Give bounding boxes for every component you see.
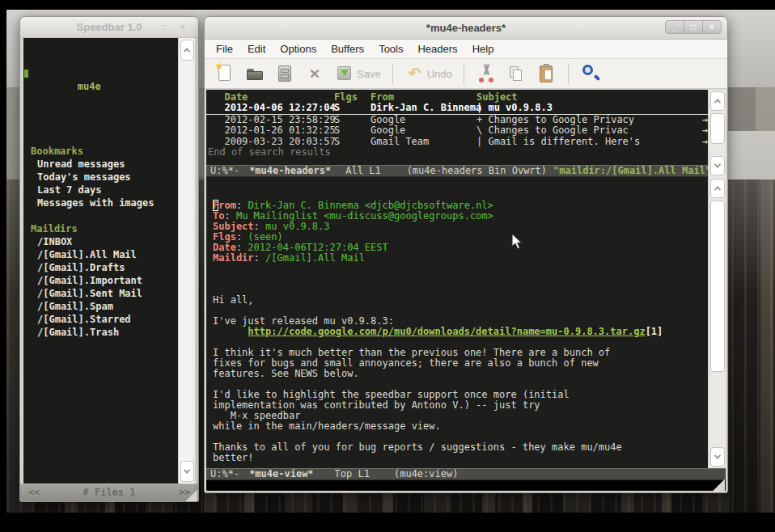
menu-file[interactable]: File [209,40,240,57]
header-row[interactable]: 2012-02-15 23:58:29SGoogle+ Changes to G… [206,115,708,125]
message-body-line: features. See NEWS below. [213,369,708,379]
speedbar-item[interactable]: Unread messages [31,158,178,171]
scrollbar-thumb[interactable] [710,113,725,144]
new-file-button[interactable]: ★ [214,63,235,84]
chevron-down-icon [184,467,190,473]
speedbar-item[interactable]: /[Gmail].Starred [31,313,178,326]
headers-modeline: U:%*- *mu4e-headers* All L1 (mu4e-header… [206,165,708,177]
toolbar-separator [392,63,393,84]
undo-icon: ↶ [404,63,426,84]
header-row[interactable]: 2009-03-23 20:03:57SGmail Team| Gmail is… [206,137,708,147]
menu-buffers[interactable]: Buffers [324,40,371,57]
mu4e-headers-buffer: DateFlgsFromSubject 2012-04-06 12:27:04S… [206,90,708,165]
search-button[interactable] [580,63,601,84]
scroll-up-button[interactable] [180,40,194,61]
speedbar-scrollbar[interactable] [178,38,195,483]
maximize-icon[interactable]: □ [155,20,174,34]
modeline-prefix: U:%*- [210,166,239,176]
headers-scrollbar[interactable] [709,90,726,177]
speedbar-item[interactable]: /[Gmail].Sent Mail [31,287,178,300]
footnote-ref: [1] [646,326,663,337]
speedbar-window: Speedbar 1.0 _ □ × mu4e BookmarksUnread … [19,16,199,502]
header-row[interactable]: 2012-01-26 01:32:25SGoogle\ Changes to G… [206,125,708,136]
menu-tools[interactable]: Tools [371,40,410,57]
modeline-prefix: U:%*- [210,469,239,479]
message-link[interactable]: http://code.google.com/p/mu0/downloads/d… [248,326,645,337]
message-body-line: while in the main/headers/message view. [213,421,708,432]
minimize-icon[interactable]: _ [665,20,684,34]
scroll-up-button[interactable] [710,91,725,111]
view-modeline: U:%*- *mu4e-view* Top L1 (mu4e:view) [206,468,726,480]
scrollbar-thumb[interactable] [710,201,725,372]
emacs-titlebar[interactable]: *mu4e-headers* _ □ × [205,17,727,40]
speedbar-section-heading: Maildirs [31,222,178,235]
headers-column-row: DateFlgsFromSubject [206,92,708,103]
copy-button[interactable] [506,63,527,84]
menu-options[interactable]: Options [273,40,324,57]
resize-grip[interactable] [712,478,725,491]
star-icon: ★ [214,60,224,72]
file-cabinet-button[interactable] [274,63,295,84]
end-of-results-text: End of search results [206,147,708,158]
menu-edit[interactable]: Edit [240,40,273,57]
save-icon [334,63,355,84]
speedbar-title: Speedbar 1.0 [77,21,142,33]
open-file-button[interactable] [244,63,265,84]
modeline-modes: (mu4e:view) [394,469,458,479]
cut-button[interactable] [476,63,497,84]
header-row[interactable]: 2012-04-06 12:27:04SDirk-Jan C. Binnema|… [206,103,708,114]
speedbar-item[interactable]: /[Gmail].Important [31,274,178,287]
modeline-modes: (mu4e-headers Bin Ovwrt) [407,166,547,176]
minimize-icon[interactable]: _ [136,20,155,34]
modeline-buffer-name: *mu4e-headers* [249,166,331,176]
close-buffer-button[interactable]: × [304,63,325,84]
message-field: Subject: mu v0.9.8.3 [213,222,708,232]
undo-button[interactable]: ↶ Undo [404,63,452,84]
resize-grip[interactable] [184,488,197,501]
message-body-line [213,285,708,295]
speedbar-item[interactable]: /[Gmail].All Mail [31,248,178,261]
echo-area [206,480,726,491]
menu-headers[interactable]: Headers [410,40,464,57]
close-icon[interactable]: × [173,20,193,34]
paste-button[interactable] [536,63,557,84]
speedbar-item[interactable]: Today's messages [31,171,178,184]
message-body-line: Hi all, [213,295,708,306]
message-body-line: better! [213,453,708,463]
modeline-position: Top L1 [335,469,370,479]
scroll-down-button[interactable] [180,461,194,482]
speedbar-root-item[interactable]: mu4e [31,67,178,106]
save-label: Save [357,68,381,80]
speedbar-item[interactable]: Messages with images [31,196,178,209]
window-title: *mu4e-headers* [426,22,506,34]
speedbar-titlebar[interactable]: Speedbar 1.0 _ □ × [20,17,198,38]
emacs-window: *mu4e-headers* _ □ × FileEditOptionsBuff… [204,16,728,493]
maximize-icon[interactable]: □ [684,20,703,34]
speedbar-status-bar: << # Files 1 >> [20,483,198,501]
save-button[interactable]: Save [334,63,381,84]
scroll-down-button[interactable] [710,156,725,175]
speedbar-section-heading: Bookmarks [31,145,178,158]
speedbar-item[interactable]: /[Gmail].Spam [31,300,178,313]
chevron-down-icon [714,161,720,167]
speedbar-item[interactable]: Last 7 days [31,184,178,196]
scroll-down-button[interactable] [710,447,725,467]
speedbar-item[interactable]: /INBOX [31,235,178,248]
message-field: Maildir: /[Gmail].All Mail [213,253,708,264]
truncation-arrow-icon: → [702,137,708,147]
scroll-up-button[interactable] [710,179,725,198]
speedbar-files-label: # Files 1 [83,484,135,501]
speedbar-prev-button[interactable]: << [28,484,40,501]
mu4e-view-buffer: From: Dirk-Jan C. Binnema <djcb@djcbsoft… [206,177,708,468]
chevron-up-icon [184,48,190,54]
close-icon[interactable]: × [702,20,722,34]
chevron-up-icon [714,186,720,192]
speedbar-item[interactable]: /[Gmail].Drafts [31,261,178,274]
message-body-line: Thanks to all of you for bug reports / s… [213,442,708,453]
chevron-up-icon [714,99,720,105]
menu-help[interactable]: Help [465,40,502,57]
speedbar-item[interactable]: /[Gmail].Trash [31,326,178,339]
toolbar-separator [464,63,464,84]
scrollbar-column [708,90,726,468]
view-scrollbar[interactable] [709,177,726,468]
